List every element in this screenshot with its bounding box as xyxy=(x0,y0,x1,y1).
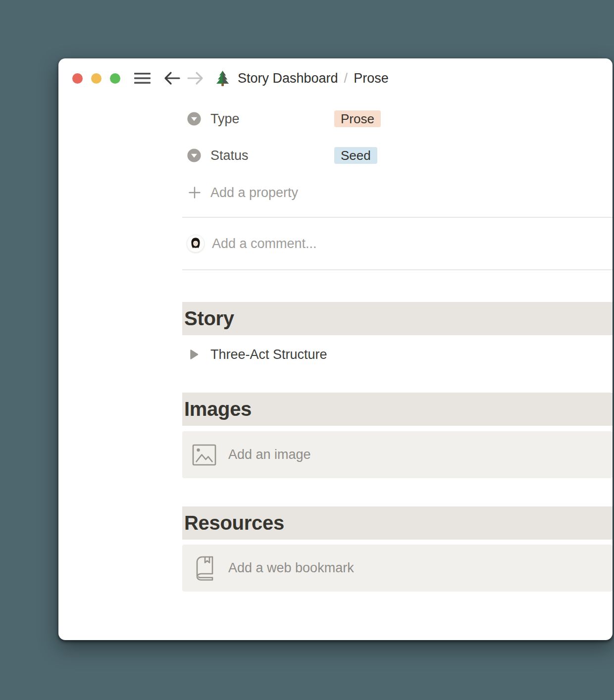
heading-text: Story xyxy=(184,307,234,330)
toggle-label: Three-Act Structure xyxy=(210,347,327,362)
add-image-placeholder[interactable]: Add an image xyxy=(182,431,613,478)
breadcrumb-separator: / xyxy=(344,71,348,86)
breadcrumb-root[interactable]: Story Dashboard xyxy=(238,71,338,86)
comment-input[interactable]: Add a comment... xyxy=(212,236,317,251)
property-label[interactable]: Status xyxy=(210,148,334,163)
app-window: Story Dashboard / Prose Type Prose xyxy=(58,58,613,640)
page-content: Type Prose Status Seed Add a property xyxy=(182,98,613,592)
property-list: Type Prose Status Seed Add a property xyxy=(182,98,613,203)
section-heading-story: Story xyxy=(182,302,613,335)
titlebar: Story Dashboard / Prose xyxy=(58,58,613,98)
property-row-status: Status Seed xyxy=(182,147,613,164)
plus-icon xyxy=(187,185,202,200)
back-icon[interactable] xyxy=(163,71,180,86)
divider xyxy=(182,269,613,270)
desktop-background: Story Dashboard / Prose Type Prose xyxy=(0,0,614,700)
section-heading-images: Images xyxy=(182,393,613,426)
add-bookmark-placeholder[interactable]: Add a web bookmark xyxy=(182,545,613,592)
book-icon xyxy=(196,556,214,581)
section-heading-resources: Resources xyxy=(182,506,613,540)
select-property-icon xyxy=(187,149,201,162)
close-button[interactable] xyxy=(72,73,83,84)
property-label[interactable]: Type xyxy=(210,111,334,127)
placeholder-label: Add a web bookmark xyxy=(228,560,354,576)
heading-text: Images xyxy=(184,398,252,420)
comment-row[interactable]: Add a comment... xyxy=(182,218,613,269)
breadcrumb-current[interactable]: Prose xyxy=(354,71,389,86)
toggle-row-three-act[interactable]: Three-Act Structure xyxy=(182,346,613,363)
property-value-pill[interactable]: Prose xyxy=(334,110,381,127)
toggle-triangle-icon[interactable] xyxy=(189,349,199,360)
minimize-button[interactable] xyxy=(91,73,102,84)
forward-icon[interactable] xyxy=(187,71,204,86)
add-property-label: Add a property xyxy=(210,185,298,200)
avatar xyxy=(187,235,205,252)
tree-icon xyxy=(215,70,230,87)
window-controls xyxy=(72,73,120,84)
zoom-button[interactable] xyxy=(110,73,120,84)
select-property-icon xyxy=(187,112,201,126)
add-property-button[interactable]: Add a property xyxy=(182,182,613,203)
property-value-pill[interactable]: Seed xyxy=(334,147,377,164)
heading-text: Resources xyxy=(184,512,284,534)
breadcrumb: Story Dashboard / Prose xyxy=(238,71,389,86)
menu-icon[interactable] xyxy=(134,72,151,84)
image-icon xyxy=(192,444,216,466)
property-row-type: Type Prose xyxy=(182,110,613,128)
placeholder-label: Add an image xyxy=(228,447,311,462)
